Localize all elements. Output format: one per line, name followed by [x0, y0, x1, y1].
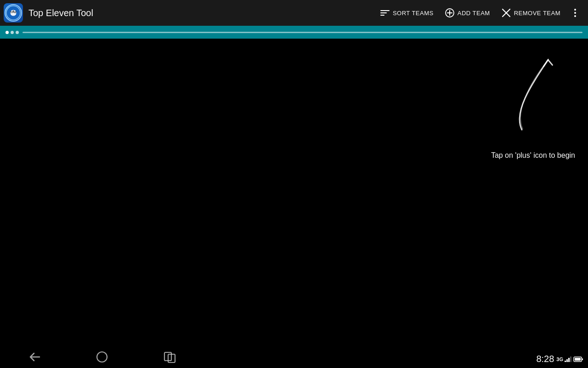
scroll-dot-2	[11, 31, 14, 34]
network-type: 3G	[556, 356, 563, 362]
nav-bar: 8:28 3G	[0, 346, 588, 368]
action-bar: T11 Top Eleven Tool SORT TEAMS ADD TEAM	[0, 0, 588, 26]
remove-team-label: REMOVE TEAM	[514, 10, 560, 17]
scroll-dot-1	[6, 31, 9, 34]
remove-team-icon	[501, 8, 511, 18]
overflow-menu-button[interactable]	[566, 4, 584, 22]
network-badge: 3G	[556, 356, 583, 362]
svg-rect-15	[570, 356, 571, 362]
battery-icon	[573, 356, 583, 362]
recents-button[interactable]	[159, 348, 181, 366]
status-area: 8:28 3G	[536, 354, 583, 364]
svg-point-9	[97, 352, 107, 362]
app-icon: T11	[4, 3, 23, 23]
sort-teams-icon	[380, 8, 390, 18]
svg-text:T11: T11	[11, 12, 16, 15]
svg-rect-12	[565, 361, 566, 362]
tab-indicator	[23, 32, 582, 33]
add-team-label: ADD TEAM	[458, 10, 490, 17]
app-title: Top Eleven Tool	[28, 8, 374, 18]
sort-teams-button[interactable]: SORT TEAMS	[374, 4, 439, 22]
svg-rect-18	[575, 358, 581, 361]
remove-team-button[interactable]: REMOVE TEAM	[496, 4, 566, 22]
scroll-dot-3	[16, 31, 19, 34]
home-button[interactable]	[91, 348, 113, 366]
app-icon-image: T11	[5, 4, 22, 22]
add-team-button[interactable]: ADD TEAM	[439, 4, 496, 22]
svg-rect-13	[566, 359, 568, 362]
scroll-dots	[6, 31, 19, 34]
arrow-annotation	[487, 41, 574, 140]
teal-strip	[0, 26, 588, 39]
main-content: Tap on 'plus' icon to begin	[0, 39, 588, 346]
add-team-icon	[445, 8, 455, 18]
svg-rect-17	[582, 358, 583, 360]
signal-bars-icon	[564, 356, 572, 362]
back-button[interactable]	[23, 348, 45, 366]
clock: 8:28	[536, 354, 554, 364]
svg-rect-14	[568, 358, 570, 362]
sort-teams-label: SORT TEAMS	[393, 10, 434, 17]
hint-text: Tap on 'plus' icon to begin	[491, 151, 575, 160]
